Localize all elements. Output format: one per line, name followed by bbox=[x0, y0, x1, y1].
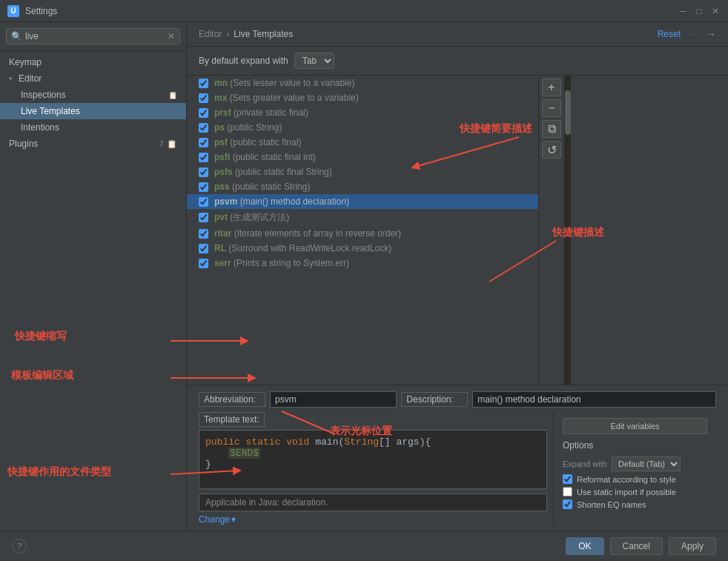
template-psvm-checkbox[interactable] bbox=[199, 197, 208, 207]
expand-dropdown[interactable]: Tab bbox=[294, 53, 334, 69]
template-text-label: Template text: bbox=[199, 412, 265, 427]
search-wrap[interactable]: 🔍 ✕ bbox=[6, 28, 180, 44]
editor-label: Editor bbox=[19, 73, 42, 84]
template-psfs[interactable]: psfs (public static final String) bbox=[187, 165, 538, 179]
template-text-row: Template text: bbox=[199, 412, 547, 427]
abbreviation-input[interactable] bbox=[270, 391, 397, 408]
edit-variables-button[interactable]: Edit variables bbox=[563, 418, 707, 434]
breadcrumb: Editor › Live Templates bbox=[199, 29, 293, 39]
change-row: Change ▾ bbox=[199, 514, 547, 525]
close-button[interactable]: ✕ bbox=[710, 6, 721, 16]
apply-button[interactable]: Apply bbox=[669, 537, 716, 555]
template-mx[interactable]: mx (Sets greater value to a variable) bbox=[187, 90, 538, 105]
change-arrow: ▾ bbox=[231, 514, 236, 525]
template-psfi-text: psfi (public static final int) bbox=[214, 152, 316, 162]
template-ps-checkbox[interactable] bbox=[199, 123, 208, 133]
template-psf-checkbox[interactable] bbox=[199, 138, 208, 147]
template-pvt-checkbox[interactable] bbox=[199, 213, 208, 222]
reset-button[interactable]: Reset bbox=[658, 29, 681, 39]
template-rl[interactable]: RL (Surround with ReadWriteLock.readLock… bbox=[187, 241, 538, 256]
editor-area: Abbreviation: Description: Template text… bbox=[187, 385, 728, 531]
template-ritar-checkbox[interactable] bbox=[199, 229, 208, 239]
cancel-button[interactable]: Cancel bbox=[610, 537, 663, 555]
change-button[interactable]: Change ▾ bbox=[199, 514, 547, 525]
template-serr-text: serr (Prints a string to System.err) bbox=[214, 258, 349, 268]
minimize-button[interactable]: ─ bbox=[678, 6, 688, 16]
template-pss-text: pss (public static String) bbox=[214, 182, 310, 192]
template-serr[interactable]: serr (Prints a string to System.err) bbox=[187, 256, 538, 270]
keyword-string: String bbox=[344, 436, 379, 448]
sidebar-item-editor[interactable]: ▾ Editor bbox=[0, 70, 186, 87]
template-psfi-checkbox[interactable] bbox=[199, 153, 208, 162]
window-controls: ─ □ ✕ bbox=[678, 6, 721, 16]
template-mn[interactable]: mn (Sets lesser value to a variable) bbox=[187, 76, 538, 90]
template-mx-text: mx (Sets greater value to a variable) bbox=[214, 93, 359, 103]
settings-dialog: 🔍 ✕ Keymap ▾ Editor Inspections bbox=[0, 22, 728, 561]
template-ps[interactable]: ps (public String) bbox=[187, 120, 538, 135]
template-mn-text: mn (Sets lesser value to a variable) bbox=[214, 78, 354, 88]
breadcrumb-controls: Reset ← → bbox=[658, 28, 716, 40]
static-import-checkbox[interactable] bbox=[563, 487, 572, 497]
template-psfs-checkbox[interactable] bbox=[199, 167, 208, 177]
template-psvm[interactable]: psvm (main() method declaration) bbox=[187, 194, 538, 209]
applicable-box: Applicable in Java: declaration. bbox=[199, 494, 547, 511]
template-psfi[interactable]: psfi (public static final int) bbox=[187, 150, 538, 165]
live-templates-label: Live Templates bbox=[21, 106, 80, 116]
remove-template-button[interactable]: − bbox=[542, 99, 561, 117]
keyword-void: void bbox=[286, 436, 315, 448]
reformat-label: Reformat according to style bbox=[577, 475, 676, 484]
template-rl-checkbox[interactable] bbox=[199, 244, 208, 253]
shorten-eq-checkbox[interactable] bbox=[563, 499, 572, 509]
ok-button[interactable]: OK bbox=[566, 537, 603, 555]
template-prsf-checkbox[interactable] bbox=[199, 108, 208, 118]
expand-label: By default expand with bbox=[199, 56, 288, 66]
reformat-row: Reformat according to style bbox=[563, 474, 707, 484]
expand-bar: By default expand with Tab bbox=[187, 47, 728, 76]
template-prsf-text: prsf (private static final) bbox=[214, 107, 308, 118]
scrollbar-track[interactable] bbox=[565, 76, 571, 385]
reset-template-button[interactable]: ↺ bbox=[542, 141, 561, 159]
template-pvt[interactable]: pvt (生成测试方法) bbox=[187, 209, 538, 226]
template-mx-checkbox[interactable] bbox=[199, 93, 208, 103]
keyword-public: public bbox=[205, 436, 246, 448]
template-ritar[interactable]: ritar (Iterate elements of array in reve… bbox=[187, 226, 538, 241]
scrollbar-thumb[interactable] bbox=[565, 90, 571, 135]
template-code-area[interactable]: public static void main(String[] args){ … bbox=[199, 430, 547, 489]
template-serr-checkbox[interactable] bbox=[199, 259, 208, 268]
sidebar-item-plugins[interactable]: Plugins 7 📋 bbox=[0, 136, 186, 152]
search-input[interactable] bbox=[25, 31, 168, 42]
sidebar-item-live-templates[interactable]: Live Templates bbox=[0, 103, 186, 119]
reformat-checkbox[interactable] bbox=[563, 474, 572, 484]
nav-back-button[interactable]: ← bbox=[688, 28, 698, 40]
expand-with-dropdown[interactable]: Default (Tab) bbox=[612, 457, 681, 471]
template-mn-checkbox[interactable] bbox=[199, 79, 208, 88]
template-pss[interactable]: pss (public static String) bbox=[187, 179, 538, 194]
static-import-row: Use static import if possible bbox=[563, 487, 707, 497]
inspections-icon: 📋 bbox=[168, 91, 177, 99]
applicable-section: Applicable in Java: declaration. bbox=[199, 494, 547, 511]
sidebar: 🔍 ✕ Keymap ▾ Editor Inspections bbox=[0, 22, 187, 531]
templates-section: mn (Sets lesser value to a variable) mx … bbox=[187, 76, 728, 385]
close-brace: } bbox=[205, 459, 211, 470]
nav-forward-button[interactable]: → bbox=[706, 28, 716, 40]
template-psvm-text: psvm (main() method declaration) bbox=[214, 196, 349, 207]
main-content: Editor › Live Templates Reset ← → By def… bbox=[187, 22, 728, 531]
search-clear-button[interactable]: ✕ bbox=[168, 31, 175, 42]
template-prsf[interactable]: prsf (private static final) bbox=[187, 105, 538, 120]
template-psf[interactable]: psf (public static final) bbox=[187, 135, 538, 150]
sidebar-item-inspections[interactable]: Inspections 📋 bbox=[0, 87, 186, 103]
breadcrumb-current: Live Templates bbox=[234, 29, 293, 39]
help-button[interactable]: ? bbox=[12, 539, 27, 554]
maximize-button[interactable]: □ bbox=[694, 6, 704, 16]
sidebar-item-intentions[interactable]: Intentions bbox=[0, 119, 186, 136]
description-input[interactable] bbox=[472, 391, 716, 408]
copy-template-button[interactable]: ⧉ bbox=[542, 120, 561, 138]
breadcrumb-sep: › bbox=[226, 29, 229, 39]
sidebar-item-keymap[interactable]: Keymap bbox=[0, 54, 186, 70]
abbreviation-label: Abbreviation: bbox=[199, 392, 265, 407]
template-pss-checkbox[interactable] bbox=[199, 182, 208, 192]
expand-with-label: Expand with bbox=[563, 459, 607, 468]
add-template-button[interactable]: + bbox=[542, 79, 561, 96]
end-marker: $END$ bbox=[228, 448, 260, 459]
template-psfs-text: psfs (public static final String) bbox=[214, 167, 332, 177]
